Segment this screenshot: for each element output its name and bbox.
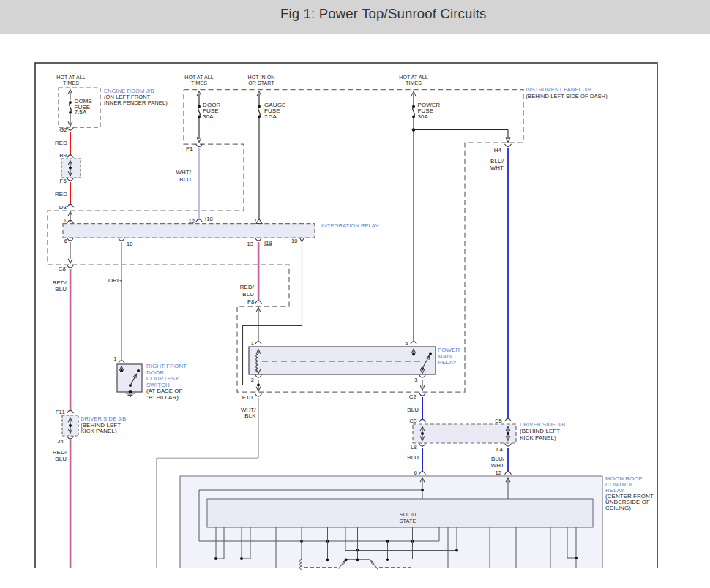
svg-text:BLU: BLU xyxy=(55,286,67,293)
svg-text:30A: 30A xyxy=(203,113,214,120)
svg-text:RED/: RED/ xyxy=(53,279,67,286)
svg-text:L4: L4 xyxy=(496,446,503,453)
svg-text:2: 2 xyxy=(251,377,254,383)
svg-text:RED/: RED/ xyxy=(240,284,255,290)
svg-text:13: 13 xyxy=(247,241,253,247)
svg-text:DRIVER SIDE J/B: DRIVER SIDE J/B xyxy=(81,415,126,422)
svg-text:WHT: WHT xyxy=(491,462,504,469)
svg-text:F6: F6 xyxy=(60,178,67,184)
svg-text:H4: H4 xyxy=(494,147,502,154)
svg-text:BLK: BLK xyxy=(244,412,256,419)
svg-text:HOT AT ALL: HOT AT ALL xyxy=(399,75,428,80)
svg-text:KICK PANEL): KICK PANEL) xyxy=(520,434,556,441)
svg-text:E10: E10 xyxy=(242,394,253,401)
svg-text:BLU/: BLU/ xyxy=(491,456,505,462)
svg-text:BLU/: BLU/ xyxy=(490,158,504,165)
svg-text:(BEHIND LEFT SIDE OF DASH): (BEHIND LEFT SIDE OF DASH) xyxy=(526,93,608,99)
svg-text:1: 1 xyxy=(251,340,254,347)
svg-text:L8: L8 xyxy=(411,444,417,451)
svg-text:10: 10 xyxy=(291,238,298,244)
svg-text:BLU: BLU xyxy=(407,407,419,413)
svg-text:C2: C2 xyxy=(409,393,416,400)
svg-text:BLU: BLU xyxy=(242,291,254,298)
svg-text:STATE: STATE xyxy=(399,518,416,524)
svg-text:INSTRUMENT PANEL J/B: INSTRUMENT PANEL J/B xyxy=(526,86,591,93)
svg-text:I18: I18 xyxy=(205,216,213,222)
svg-text:F11: F11 xyxy=(56,409,65,415)
svg-text:BLU: BLU xyxy=(407,454,419,461)
svg-text:10: 10 xyxy=(127,241,133,247)
svg-text:SOLID: SOLID xyxy=(400,511,416,518)
svg-text:30A: 30A xyxy=(418,113,429,120)
svg-text:C3: C3 xyxy=(409,418,417,424)
svg-text:12: 12 xyxy=(495,470,501,476)
svg-text:CEILING): CEILING) xyxy=(605,505,631,511)
svg-text:12: 12 xyxy=(188,218,195,225)
svg-text:OR START: OR START xyxy=(248,80,274,86)
svg-text:WHT/: WHT/ xyxy=(176,169,191,176)
svg-text:KICK PANEL): KICK PANEL) xyxy=(81,428,117,434)
svg-text:RELAY: RELAY xyxy=(438,359,457,366)
svg-text:D3: D3 xyxy=(59,204,67,211)
svg-text:RED/: RED/ xyxy=(53,449,67,456)
svg-text:TIMES: TIMES xyxy=(406,80,422,86)
svg-text:HOT AT ALL: HOT AT ALL xyxy=(56,75,86,80)
svg-text:INTEGRATION RELAY: INTEGRATION RELAY xyxy=(321,222,379,229)
svg-text:HOT IN ON: HOT IN ON xyxy=(248,75,275,80)
svg-text:6: 6 xyxy=(414,470,417,476)
svg-text:3: 3 xyxy=(414,377,417,383)
svg-text:6: 6 xyxy=(64,238,67,244)
svg-text:B9: B9 xyxy=(59,152,67,159)
svg-text:DRIVER SIDE J/B: DRIVER SIDE J/B xyxy=(520,421,565,428)
svg-text:E5: E5 xyxy=(495,418,502,424)
svg-text:HOT AT ALL: HOT AT ALL xyxy=(184,75,214,80)
svg-text:TIMES: TIMES xyxy=(63,80,79,86)
svg-text:(BEHIND LEFT: (BEHIND LEFT xyxy=(520,428,560,434)
svg-text:TIMES: TIMES xyxy=(191,80,207,86)
svg-text:WHT: WHT xyxy=(490,165,504,171)
svg-text:7.5A: 7.5A xyxy=(75,109,87,116)
svg-text:1: 1 xyxy=(113,355,116,362)
svg-text:RED: RED xyxy=(55,140,67,146)
svg-text:ORG: ORG xyxy=(108,277,122,284)
svg-text:7.5A: 7.5A xyxy=(264,113,277,120)
svg-text:5: 5 xyxy=(405,340,408,347)
svg-text:1: 1 xyxy=(64,217,67,224)
svg-text:F1: F1 xyxy=(186,146,193,152)
svg-text:F8: F8 xyxy=(247,298,255,305)
svg-text:7: 7 xyxy=(254,217,257,224)
svg-text:I18: I18 xyxy=(264,240,272,246)
svg-text:BLU: BLU xyxy=(179,176,191,183)
svg-text:G2: G2 xyxy=(59,127,67,133)
svg-text:BLU: BLU xyxy=(55,456,67,462)
svg-text:RED: RED xyxy=(55,191,67,197)
svg-text:J4: J4 xyxy=(57,438,64,445)
svg-text:"B" PILLAR): "B" PILLAR) xyxy=(146,394,179,401)
svg-text:C8: C8 xyxy=(59,265,67,272)
svg-text:INNER FENDER PANEL): INNER FENDER PANEL) xyxy=(104,99,168,106)
